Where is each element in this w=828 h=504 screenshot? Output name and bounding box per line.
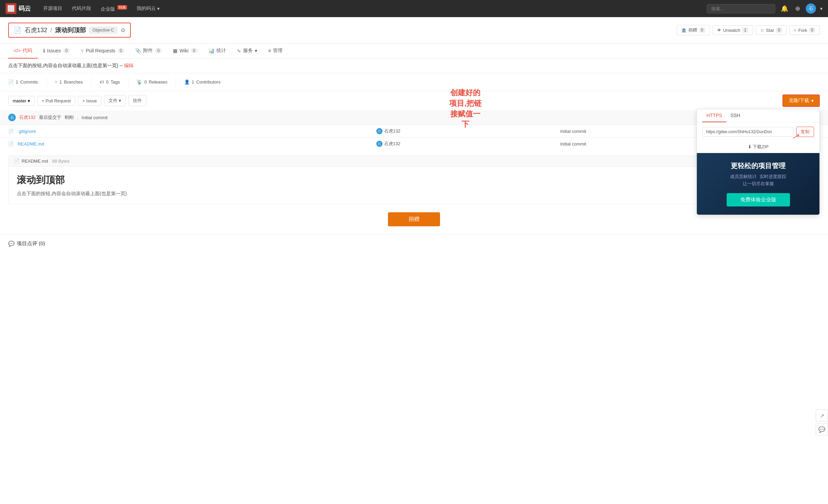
search-input[interactable]: [707, 4, 775, 13]
repo-name[interactable]: 滚动到顶部: [55, 27, 86, 34]
star-button[interactable]: ☆ Star 0: [756, 25, 787, 35]
repo-tabs: </> 代码 ℹ Issues 0 ⑂ Pull Requests 0 📎 附件…: [0, 43, 828, 59]
watch-button[interactable]: 👁 Unwatch 1: [713, 25, 753, 35]
watch-count: 1: [742, 27, 749, 33]
readme-content: 点击下面的按钮,内容会自动滚动最上面(也是第一页): [17, 191, 811, 197]
tab-attachments[interactable]: 📎 附件 0: [130, 43, 167, 59]
download-zip-button[interactable]: ⬇ 下载ZIP: [697, 141, 819, 153]
bell-icon[interactable]: 🔔: [779, 3, 790, 14]
attachment-icon: 📎: [135, 48, 141, 53]
pr-count: 0: [117, 48, 125, 53]
commit-time: 刚刚: [65, 114, 74, 121]
avatar[interactable]: 石: [806, 3, 816, 14]
plus-icon[interactable]: ⊕: [794, 3, 802, 14]
clone-download-button[interactable]: 克隆/下载 ▾: [782, 94, 820, 107]
file-dropdown-icon: ▾: [119, 98, 121, 103]
clone-tab-https[interactable]: HTTPS: [702, 109, 726, 122]
stat-branches[interactable]: ⑂ 1 Branches: [47, 77, 91, 87]
chat-button[interactable]: 💬: [816, 423, 828, 436]
file-icon: 📄: [8, 141, 14, 147]
wiki-count: 0: [191, 48, 198, 53]
tab-stats[interactable]: 📊 统计: [203, 43, 231, 59]
repo-full-title: 石虎132 / 滚动到顶部: [25, 26, 86, 34]
logo[interactable]: ⬜ 码云: [5, 3, 31, 14]
readme-title: 滚动到顶部: [17, 174, 811, 187]
contributors-icon: 👤: [184, 79, 190, 85]
readme-file-icon: 📄: [14, 159, 20, 164]
fork-button[interactable]: ⑂ Fork 0: [789, 25, 820, 35]
readme-size: 88 Bytes: [52, 159, 70, 164]
branch-selector[interactable]: master ▾: [8, 96, 35, 106]
repo-actions: 🏦 捐赠 0 👁 Unwatch 1 ☆ Star 0 ⑂ Fork 0: [677, 25, 820, 35]
comments-title: 💬 项目点评 (0): [8, 240, 820, 247]
logo-text: 码云: [18, 4, 31, 13]
avatar-dropdown-icon[interactable]: ▾: [820, 6, 823, 11]
commit-user-avatar: 石: [8, 114, 16, 121]
issues-count: 0: [63, 48, 70, 53]
promo-subtitle: 成员贡献统计 实时进度跟踪让一切尽在掌握: [704, 173, 813, 188]
chat-icon: 💬: [818, 426, 825, 433]
pull-request-button[interactable]: + Pull Request: [37, 96, 75, 106]
navbar-right: 🔔 ⊕ 石 ▾: [707, 3, 823, 14]
tab-issues[interactable]: ℹ Issues 0: [38, 44, 75, 58]
copy-button[interactable]: 复制: [796, 127, 814, 137]
clone-dropdown-panel: HTTPS SSH 复制 ⬇ 下载ZIP 更轻松的项目管理 成员贡献统计 实时进…: [697, 109, 820, 215]
repo-file-icon: 📄: [14, 26, 21, 34]
logo-icon: ⬜: [5, 3, 16, 14]
toolbar-wrapper: master ▾ + Pull Request + Issue 文件 ▾ 挂件 …: [0, 91, 828, 110]
stats-icon: 📊: [209, 48, 214, 53]
download-icon: ⬇: [748, 144, 752, 149]
services-icon: ∿: [237, 48, 241, 53]
commit-user[interactable]: 石虎132: [19, 114, 36, 121]
stat-contributors[interactable]: 👤 1 Contributors: [176, 77, 229, 87]
file-user-avatar: 石: [376, 128, 382, 134]
nav-open-source[interactable]: 开源项目: [39, 3, 66, 14]
external-link-icon: ↗: [820, 413, 824, 419]
commits-icon: 📄: [8, 79, 14, 85]
stat-tags[interactable]: 🏷 0 Tags: [91, 77, 129, 87]
float-buttons: ↗ 💬: [816, 410, 828, 436]
file-button[interactable]: 文件 ▾: [104, 95, 126, 106]
stat-commits[interactable]: 📄 1 Commits: [8, 77, 47, 87]
file-link[interactable]: README.md: [18, 141, 44, 147]
wiki-icon: ▦: [173, 48, 177, 53]
eye-icon: 👁: [717, 28, 722, 33]
tab-services[interactable]: ∿ 服务 ▾: [231, 43, 263, 59]
donate-main-button[interactable]: 捐赠: [388, 212, 440, 226]
navbar-menu: 开源项目 代码片段 企业版 特惠 我的码云 ▾: [39, 3, 707, 14]
tab-wiki[interactable]: ▦ Wiki 0: [167, 44, 203, 58]
comments-icon: 💬: [8, 241, 15, 247]
edit-link[interactable]: 编辑: [124, 63, 134, 68]
nav-enterprise[interactable]: 企业版 特惠: [97, 3, 131, 14]
nav-my-gitee[interactable]: 我的码云 ▾: [133, 3, 164, 14]
repo-owner[interactable]: 石虎132: [25, 27, 47, 34]
enterprise-badge: 特惠: [117, 5, 127, 10]
tab-manage[interactable]: ≡ 管理: [263, 43, 288, 59]
fork-icon: ⑂: [794, 28, 796, 33]
pr-icon: ⑂: [81, 48, 84, 53]
comments-section: 💬 项目点评 (0): [0, 235, 828, 252]
readme-filename: README.md: [22, 159, 48, 164]
file-link[interactable]: .gitignore: [18, 129, 36, 134]
tab-code[interactable]: </> 代码: [8, 43, 38, 59]
stat-releases[interactable]: 📡 0 Releases: [128, 77, 176, 87]
external-link-button[interactable]: ↗: [816, 410, 828, 422]
tab-prs[interactable]: ⑂ Pull Requests 0: [75, 44, 130, 58]
releases-icon: 📡: [137, 79, 142, 85]
clone-url-input[interactable]: [702, 127, 793, 137]
commit-time-prefix: 最后提交于: [39, 114, 61, 121]
donate-button[interactable]: 🏦 捐赠 0: [677, 25, 710, 35]
branches-icon: ⑂: [55, 79, 58, 85]
promo-cta-button[interactable]: 免费体验企业版: [727, 193, 790, 206]
stats-bar: 📄 1 Commits ⑂ 1 Branches 🏷 0 Tags 📡 0 Re…: [0, 73, 828, 91]
attachment-count: 0: [155, 48, 162, 53]
repo-header: 📄 石虎132 / 滚动到顶部 Objective-C ⚙ 🏦 捐赠 0 👁 U…: [0, 17, 828, 43]
donate-icon: 🏦: [681, 28, 687, 33]
clone-tab-ssh[interactable]: SSH: [726, 109, 744, 122]
issues-icon: ℹ: [43, 48, 45, 53]
issue-button[interactable]: + Issue: [78, 96, 101, 106]
nav-snippets[interactable]: 代码片段: [68, 3, 95, 14]
attach-button[interactable]: 挂件: [128, 95, 146, 106]
file-icon: 📄: [8, 129, 14, 134]
settings-icon[interactable]: ⚙: [121, 27, 125, 34]
